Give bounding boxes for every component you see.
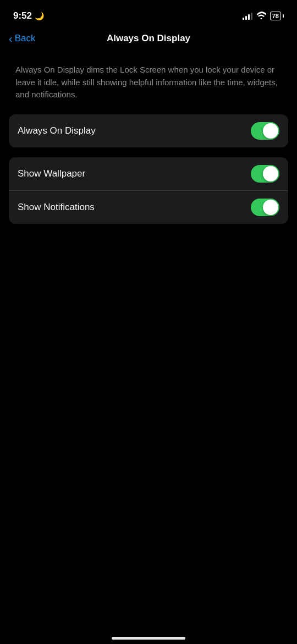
always-on-display-label: Always On Display — [18, 125, 96, 136]
wifi-icon — [256, 12, 266, 21]
battery-level: 78 — [272, 13, 279, 19]
home-indicator — [112, 637, 185, 640]
show-notifications-toggle[interactable] — [251, 199, 279, 216]
status-time: 9:52 🌙 — [13, 10, 44, 21]
status-right: 78 — [243, 12, 284, 21]
battery-indicator: 78 — [270, 12, 284, 20]
show-wallpaper-toggle[interactable] — [251, 165, 279, 183]
battery-tip — [283, 14, 284, 18]
toggle-knob-notifications — [263, 200, 278, 215]
navigation-bar: ‹ Back Always On Display — [0, 29, 297, 53]
signal-icon — [243, 12, 252, 20]
back-label: Back — [15, 33, 36, 44]
display-options-card: Show Wallpaper Show Notifications — [9, 157, 288, 224]
show-notifications-row: Show Notifications — [9, 190, 288, 224]
show-notifications-label: Show Notifications — [18, 202, 95, 213]
page-title: Always On Display — [107, 33, 190, 44]
signal-bar-2 — [245, 16, 247, 20]
status-bar: 9:52 🌙 78 — [0, 0, 297, 29]
always-on-display-card: Always On Display — [9, 114, 288, 147]
battery-box: 78 — [270, 12, 281, 20]
always-on-display-toggle[interactable] — [251, 122, 279, 140]
description-text: Always On Display dims the Lock Screen w… — [0, 53, 297, 114]
always-on-display-row: Always On Display — [9, 114, 288, 147]
back-chevron-icon: ‹ — [9, 33, 13, 44]
toggle-knob-wallpaper — [263, 166, 278, 181]
back-button[interactable]: ‹ Back — [9, 33, 35, 44]
signal-bar-4 — [251, 13, 252, 20]
toggle-knob — [263, 123, 278, 139]
show-wallpaper-row: Show Wallpaper — [9, 157, 288, 190]
show-wallpaper-label: Show Wallpaper — [18, 168, 85, 179]
signal-bar-1 — [243, 18, 244, 20]
signal-bar-3 — [248, 14, 250, 20]
moon-icon: 🌙 — [35, 12, 44, 20]
time-display: 9:52 — [13, 10, 32, 21]
